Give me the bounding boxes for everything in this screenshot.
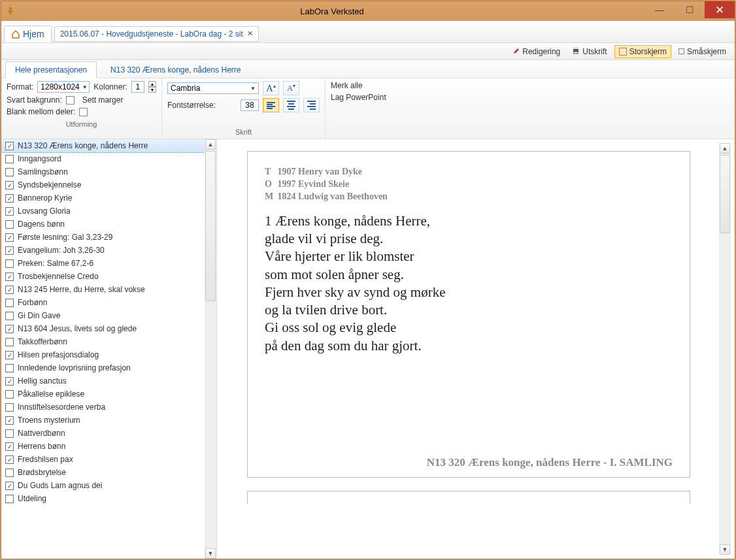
utskrift-button[interactable]: Utskrift <box>567 44 611 58</box>
list-item[interactable]: ✓Hellig sanctus <box>1 374 205 387</box>
item-checkbox[interactable]: ✓ <box>5 286 14 294</box>
list-item[interactable]: ✓N13 245 Herre, du Herre, skal vokse <box>1 283 205 296</box>
blank-deler-checkbox[interactable] <box>79 108 88 116</box>
item-checkbox[interactable]: ✓ <box>5 482 14 490</box>
scroll-thumb[interactable] <box>720 155 730 233</box>
list-item[interactable]: Dagens bønn <box>1 218 205 231</box>
spin-up-icon[interactable]: ▲ <box>148 81 156 87</box>
item-checkbox[interactable]: ✓ <box>5 325 14 333</box>
minimize-button[interactable]: — <box>644 1 675 18</box>
list-item[interactable]: Innledende lovprisning prefasjon <box>1 361 205 374</box>
list-item[interactable]: Utdeling <box>1 492 205 505</box>
item-checkbox[interactable] <box>5 403 14 412</box>
list-item[interactable]: ✓Du Guds Lam agnus dei <box>1 479 205 492</box>
item-checkbox[interactable]: ✓ <box>5 455 14 464</box>
item-checkbox[interactable] <box>5 338 14 346</box>
list-item[interactable]: ✓Herrens bønn <box>1 440 205 453</box>
list-item[interactable]: Nattverdbønn <box>1 427 205 440</box>
lag-powerpoint-button[interactable]: Lag PowerPoint <box>331 93 386 102</box>
item-checkbox[interactable]: ✓ <box>5 207 14 216</box>
maximize-button[interactable]: ☐ <box>675 1 705 18</box>
close-button[interactable]: ✕ <box>705 1 735 18</box>
storskjerm-button[interactable]: Storskjerm <box>614 45 671 58</box>
list-item[interactable]: ✓Hilsen prefasjonsdialog <box>1 348 205 361</box>
font-select[interactable]: Cambria ▼ <box>167 82 259 94</box>
kolonner-spinner[interactable]: ▲ ▼ <box>148 81 156 93</box>
item-checkbox[interactable] <box>5 155 14 163</box>
list-item[interactable]: Brødsbrytelse <box>1 466 205 479</box>
spin-down-icon[interactable]: ▼ <box>148 87 156 93</box>
item-checkbox[interactable] <box>5 168 14 176</box>
list-item[interactable]: Takkofferbønn <box>1 335 205 348</box>
kolonner-input[interactable]: 1 <box>131 81 144 93</box>
scroll-up-icon[interactable]: ▲ <box>720 143 730 154</box>
item-checkbox[interactable]: ✓ <box>5 442 14 451</box>
scroll-up-icon[interactable]: ▲ <box>205 139 216 150</box>
item-checkbox[interactable] <box>5 495 14 503</box>
preview-scrollbar[interactable]: ▲ ▼ <box>719 143 731 555</box>
item-list[interactable]: ✓N13 320 Ærens konge, nådens HerreInngan… <box>1 139 205 559</box>
item-checkbox[interactable] <box>5 220 14 229</box>
list-item[interactable]: ✓Lovsang Gloria <box>1 205 205 218</box>
item-checkbox[interactable] <box>5 299 14 307</box>
document-tab[interactable]: 2015.06.07 - Hovedgudstjeneste - LabOra … <box>54 26 259 42</box>
home-tab[interactable]: Hjem <box>4 25 52 42</box>
item-checkbox[interactable] <box>5 429 14 438</box>
item-checkbox[interactable] <box>5 390 14 399</box>
item-checkbox[interactable]: ✓ <box>5 272 14 281</box>
list-item[interactable]: ✓Syndsbekjennelse <box>1 178 205 191</box>
close-tab-icon[interactable]: ✕ <box>247 29 253 38</box>
svart-bg-checkbox[interactable] <box>66 96 75 105</box>
item-checkbox[interactable] <box>5 259 14 268</box>
list-item[interactable]: ✓Evangelium: Joh 3,26-30 <box>1 244 205 257</box>
tab-current[interactable]: N13 320 Ærens konge, nådens Herre <box>101 61 250 78</box>
item-checkbox[interactable]: ✓ <box>5 351 14 359</box>
item-checkbox[interactable]: ✓ <box>5 246 14 255</box>
item-checkbox[interactable] <box>5 469 14 477</box>
list-item[interactable]: Påkallelse epiklese <box>1 387 205 401</box>
scroll-down-icon[interactable]: ▼ <box>205 548 216 559</box>
smaskjerm-button[interactable]: Småskjerm <box>674 45 731 58</box>
format-select[interactable]: 1280x1024 ▼ <box>37 81 90 93</box>
redigering-button[interactable]: Redigering <box>509 45 565 58</box>
item-checkbox[interactable]: ✓ <box>5 416 14 425</box>
item-checkbox[interactable]: ✓ <box>5 233 14 242</box>
list-item[interactable]: ✓Bønnerop Kyrie <box>1 191 205 205</box>
item-checkbox[interactable]: ✓ <box>5 194 14 203</box>
sett-marger-button[interactable]: Sett marger <box>82 95 124 105</box>
merk-alle-button[interactable]: Merk alle <box>331 81 363 90</box>
item-label: Brødsbrytelse <box>18 468 66 477</box>
align-left-icon <box>267 101 275 110</box>
list-item[interactable]: Gi Din Gave <box>1 309 205 322</box>
item-checkbox[interactable]: ✓ <box>5 377 14 386</box>
item-label: Innledende lovprisning prefasjon <box>18 363 131 372</box>
tab-all[interactable]: Hele presentasjonen <box>5 61 97 78</box>
list-item[interactable]: Samlingsbønn <box>1 165 205 178</box>
font-increase-button[interactable]: A▴ <box>263 81 279 95</box>
list-item[interactable]: Inngangsord <box>1 152 205 165</box>
item-checkbox[interactable]: ✓ <box>5 142 14 150</box>
list-item[interactable]: ✓N13 604 Jesus, livets sol og glede <box>1 322 205 335</box>
list-item[interactable]: Preken: Salme 67,2-6 <box>1 257 205 270</box>
scroll-down-icon[interactable]: ▼ <box>720 544 730 555</box>
list-item[interactable]: ✓N13 320 Ærens konge, nådens Herre <box>1 139 205 152</box>
slide-footer: N13 320 Ærens konge, nådens Herre - I. S… <box>265 456 673 469</box>
item-checkbox[interactable]: ✓ <box>5 181 14 189</box>
item-label: N13 320 Ærens konge, nådens Herre <box>18 141 148 150</box>
list-item[interactable]: ✓Troens mysterium <box>1 414 205 427</box>
list-item[interactable]: ✓Fredshilsen pax <box>1 453 205 466</box>
list-item[interactable]: Forbønn <box>1 296 205 309</box>
align-left-button[interactable] <box>263 98 279 112</box>
align-right-button[interactable] <box>303 98 320 112</box>
list-item[interactable]: Innstiftelsesordene verba <box>1 401 205 414</box>
font-decrease-button[interactable]: A▾ <box>283 81 299 95</box>
item-scrollbar[interactable]: ▲ ▼ <box>205 139 216 559</box>
fontsize-input[interactable]: 38 <box>241 99 259 111</box>
item-checkbox[interactable] <box>5 364 14 372</box>
slide-viewport[interactable]: T 1907 Henry van Dyke O 1997 Eyvind Skei… <box>221 143 716 555</box>
list-item[interactable]: ✓Trosbekjennelse Credo <box>1 270 205 283</box>
scroll-thumb[interactable] <box>205 151 216 301</box>
align-center-button[interactable] <box>283 98 299 112</box>
item-checkbox[interactable] <box>5 312 14 320</box>
list-item[interactable]: ✓Første lesning: Gal 3,23-29 <box>1 231 205 244</box>
